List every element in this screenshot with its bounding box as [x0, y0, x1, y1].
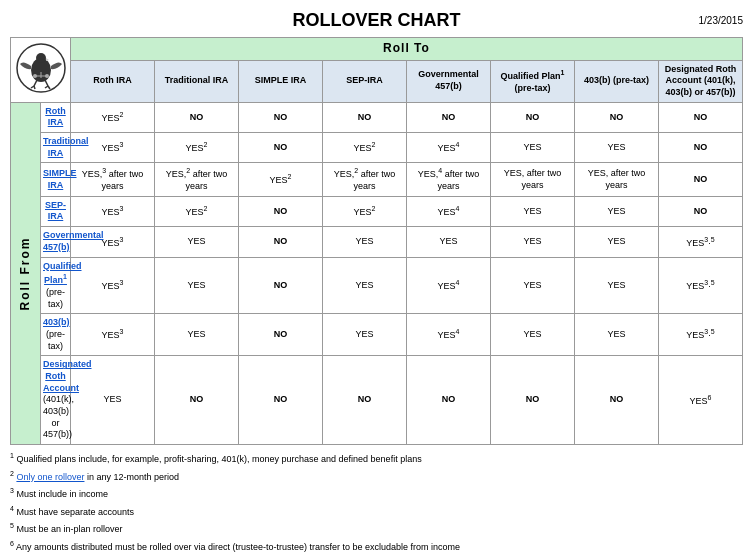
- cell-qual_plan-trad_ira: YES: [155, 257, 239, 314]
- table-row: Designated Roth Account(401(k), 403(b) o…: [11, 356, 743, 445]
- cell-qual_plan-403b: YES: [575, 257, 659, 314]
- cell-roth_ira-simple_ira: NO: [239, 102, 323, 132]
- svg-line-9: [48, 86, 50, 89]
- col-header-403b: 403(b) (pre-tax): [575, 60, 659, 102]
- cell-sep_ira-trad_ira: YES2: [155, 196, 239, 226]
- table-row: Roll FromRoth IRAYES2NONONONONONONO: [11, 102, 743, 132]
- row-header-gov_457b: Governmental 457(b): [41, 227, 71, 257]
- cell-qual_plan-qual_plan: YES: [491, 257, 575, 314]
- row-header-403b: 403(b)(pre-tax): [41, 314, 71, 356]
- col-header-trad_ira: Traditional IRA: [155, 60, 239, 102]
- cell-trad_ira-qual_plan: YES: [491, 133, 575, 163]
- cell-desig_roth-desig_roth: YES6: [659, 356, 743, 445]
- col-header-desig_roth: Designated Roth Account (401(k), 403(b) …: [659, 60, 743, 102]
- cell-gov_457b-403b: YES: [575, 227, 659, 257]
- row-header-qual_plan: Qualified Plan1(pre-tax): [41, 257, 71, 314]
- cell-403b-roth_ira: YES3: [71, 314, 155, 356]
- svg-line-7: [34, 86, 35, 89]
- cell-sep_ira-desig_roth: NO: [659, 196, 743, 226]
- footnote-3: 3 Must include in income: [10, 486, 743, 502]
- cell-trad_ira-sep_ira: YES2: [323, 133, 407, 163]
- cell-roth_ira-qual_plan: NO: [491, 102, 575, 132]
- cell-403b-desig_roth: YES3·5: [659, 314, 743, 356]
- cell-gov_457b-sep_ira: YES: [323, 227, 407, 257]
- cell-simple_ira-qual_plan: YES, after two years: [491, 163, 575, 196]
- cell-qual_plan-gov_457b: YES4: [407, 257, 491, 314]
- cell-gov_457b-qual_plan: YES: [491, 227, 575, 257]
- row-link-403b[interactable]: 403(b): [43, 317, 70, 327]
- cell-roth_ira-gov_457b: NO: [407, 102, 491, 132]
- col-header-roth_ira: Roth IRA: [71, 60, 155, 102]
- cell-simple_ira-desig_roth: NO: [659, 163, 743, 196]
- logo-cell: [11, 38, 71, 103]
- footnote-5: 5 Must be an in-plan rollover: [10, 521, 743, 537]
- table-row: SEP-IRAYES3YES2NOYES2YES4YESYESNO: [11, 196, 743, 226]
- col-header-qual_plan: Qualified Plan1 (pre-tax): [491, 60, 575, 102]
- cell-simple_ira-trad_ira: YES,2 after two years: [155, 163, 239, 196]
- cell-gov_457b-gov_457b: YES: [407, 227, 491, 257]
- table-row: SIMPLE IRAYES,3 after two yearsYES,2 aft…: [11, 163, 743, 196]
- row-header-roth_ira: Roth IRA: [41, 102, 71, 132]
- cell-gov_457b-simple_ira: NO: [239, 227, 323, 257]
- footnote-4: 4 Must have separate accounts: [10, 504, 743, 520]
- cell-qual_plan-desig_roth: YES3·5: [659, 257, 743, 314]
- footnote-6: 6 Any amounts distributed must be rolled…: [10, 539, 743, 553]
- cell-403b-simple_ira: NO: [239, 314, 323, 356]
- page-header: ROLLOVER CHART 1/23/2015: [10, 10, 743, 31]
- footnote-2: 2 Only one rollover in any 12-month peri…: [10, 469, 743, 485]
- cell-gov_457b-desig_roth: YES3·5: [659, 227, 743, 257]
- cell-gov_457b-trad_ira: YES: [155, 227, 239, 257]
- cell-roth_ira-sep_ira: NO: [323, 102, 407, 132]
- svg-point-13: [45, 74, 49, 78]
- cell-sep_ira-sep_ira: YES2: [323, 196, 407, 226]
- row-header-desig_roth: Designated Roth Account(401(k), 403(b) o…: [41, 356, 71, 445]
- col-header-gov_457b: Governmental 457(b): [407, 60, 491, 102]
- row-header-trad_ira: Traditional IRA: [41, 133, 71, 163]
- cell-sep_ira-gov_457b: YES4: [407, 196, 491, 226]
- cell-trad_ira-gov_457b: YES4: [407, 133, 491, 163]
- svg-line-5: [45, 80, 48, 86]
- cell-trad_ira-desig_roth: NO: [659, 133, 743, 163]
- cell-desig_roth-gov_457b: NO: [407, 356, 491, 445]
- svg-point-12: [33, 74, 37, 78]
- cell-403b-sep_ira: YES: [323, 314, 407, 356]
- cell-roth_ira-desig_roth: NO: [659, 102, 743, 132]
- svg-line-4: [34, 80, 37, 86]
- footnotes: 1 Qualified plans include, for example, …: [10, 451, 743, 553]
- cell-qual_plan-sep_ira: YES: [323, 257, 407, 314]
- table-row: Traditional IRAYES3YES2NOYES2YES4YESYESN…: [11, 133, 743, 163]
- cell-desig_roth-qual_plan: NO: [491, 356, 575, 445]
- table-row: 403(b)(pre-tax)YES3YESNOYESYES4YESYESYES…: [11, 314, 743, 356]
- cell-qual_plan-simple_ira: NO: [239, 257, 323, 314]
- page-date: 1/23/2015: [699, 15, 744, 26]
- page-title: ROLLOVER CHART: [293, 10, 461, 31]
- row-header-simple_ira: SIMPLE IRA: [41, 163, 71, 196]
- cell-qual_plan-roth_ira: YES3: [71, 257, 155, 314]
- col-header-simple_ira: SIMPLE IRA: [239, 60, 323, 102]
- row-link-roth_ira[interactable]: Roth IRA: [45, 106, 66, 128]
- roll-to-header: Roll To: [71, 38, 743, 61]
- footnote-link-rollover[interactable]: Only one rollover: [16, 472, 84, 482]
- footnote-1: 1 Qualified plans include, for example, …: [10, 451, 743, 467]
- svg-marker-3: [46, 58, 49, 61]
- cell-trad_ira-simple_ira: NO: [239, 133, 323, 163]
- cell-simple_ira-403b: YES, after two years: [575, 163, 659, 196]
- cell-roth_ira-403b: NO: [575, 102, 659, 132]
- cell-403b-qual_plan: YES: [491, 314, 575, 356]
- row-link-sep_ira[interactable]: SEP-IRA: [45, 200, 66, 222]
- cell-sep_ira-qual_plan: YES: [491, 196, 575, 226]
- irs-logo-icon: [15, 42, 67, 94]
- cell-403b-403b: YES: [575, 314, 659, 356]
- cell-trad_ira-403b: YES: [575, 133, 659, 163]
- cell-simple_ira-roth_ira: YES,3 after two years: [71, 163, 155, 196]
- rollover-chart: Roll To Roth IRATraditional IRASIMPLE IR…: [10, 37, 743, 445]
- cell-403b-gov_457b: YES4: [407, 314, 491, 356]
- cell-desig_roth-trad_ira: NO: [155, 356, 239, 445]
- cell-desig_roth-simple_ira: NO: [239, 356, 323, 445]
- roll-from-label: Roll From: [11, 102, 41, 445]
- table-row: Governmental 457(b)YES3YESNOYESYESYESYES…: [11, 227, 743, 257]
- cell-roth_ira-trad_ira: NO: [155, 102, 239, 132]
- cell-trad_ira-trad_ira: YES2: [155, 133, 239, 163]
- table-row: Qualified Plan1(pre-tax)YES3YESNOYESYES4…: [11, 257, 743, 314]
- cell-sep_ira-simple_ira: NO: [239, 196, 323, 226]
